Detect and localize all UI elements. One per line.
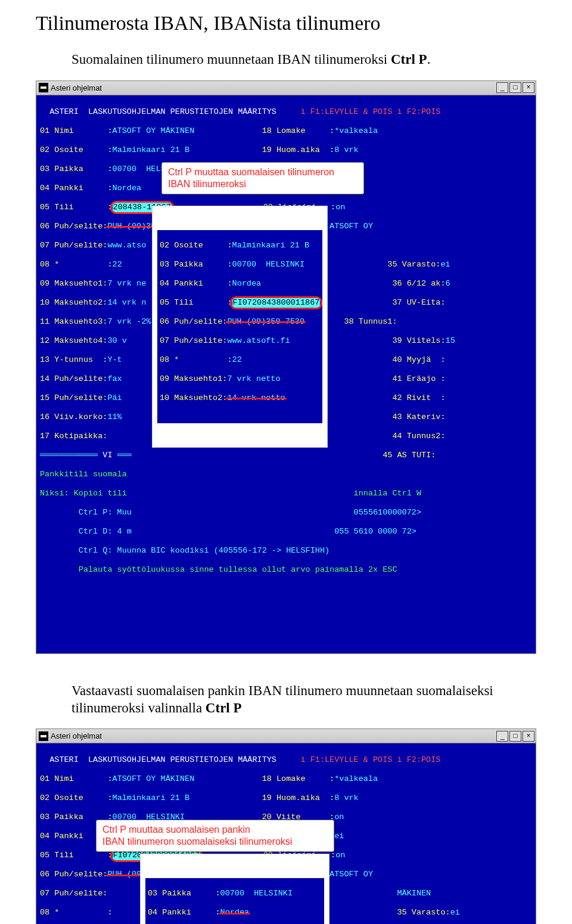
header-text: ASTERI LASKUTUSOHJELMAN PERUSTIETOJEN MÄ… (40, 107, 300, 116)
in1-v06: PUH (09)350 7530 (227, 317, 304, 326)
lbl-10: 10 Maksuehto2: (40, 298, 107, 307)
minimize-button[interactable]: _ (496, 82, 508, 93)
t2-l08: 08 * : (40, 908, 113, 917)
lbl-01: 01 Nimi : (40, 126, 113, 135)
terminal-window-1: Asteri ohjelmat _ □ × ASTERI LASKUTUSOHJ… (36, 80, 536, 654)
lbl-16: 16 Viiv.korko: (40, 413, 107, 421)
val-10[interactable]: 14 vrk n (107, 298, 146, 307)
in1-v07: www.atsoft.fi (227, 336, 290, 345)
lbl-05: 05 Tili : (40, 203, 113, 212)
t2-l19: 19 Huom.aika : (262, 793, 335, 802)
maximize-button[interactable]: □ (509, 731, 521, 742)
lbl-42: 42 Rivit : (392, 393, 445, 402)
help-right-innalla: innalla Ctrl W (354, 489, 421, 498)
lbl-18: 18 Lomake : (262, 126, 335, 135)
val-16[interactable]: 11% (107, 413, 122, 421)
help-ctrld: Ctrl D: 4 m (40, 527, 132, 536)
val-14[interactable]: fax (107, 374, 122, 383)
val-08[interactable]: 22 (113, 260, 122, 269)
system-menu-icon[interactable] (39, 731, 48, 741)
lbl-15: 15 Puh/selite: (40, 393, 107, 402)
in2-l03: 03 Paikka : (148, 889, 220, 898)
lbl-02: 02 Osoite : (40, 145, 113, 154)
val-19[interactable]: 8 vrk (334, 145, 359, 154)
help-ctrlp: Ctrl P: Muu (40, 508, 132, 517)
t2-v19[interactable]: 8 vrk (334, 793, 359, 802)
callout1-line1: Ctrl P muuttaa suomalaisen tilinumeron (168, 166, 358, 178)
t2-v18[interactable]: *valkeala (334, 774, 378, 783)
val-36[interactable]: 6 (446, 279, 450, 288)
t2-v20[interactable]: on (334, 813, 344, 821)
lbl-12: 12 Maksuehto4: (40, 336, 107, 345)
lbl-36: 36 6/12 ak: (392, 279, 445, 288)
val-15[interactable]: Päi (107, 393, 122, 402)
t2-v35[interactable]: ei (450, 908, 460, 917)
in1-v04: Nordea (232, 279, 262, 288)
lbl-45: 45 AS TUTI: (383, 451, 436, 460)
in1-l02: 02 Osoite : (160, 241, 232, 250)
help-num1: 055561000007​2> (354, 508, 421, 517)
lbl-43: 43 Kateriv: (392, 413, 445, 421)
titlebar-2: Asteri ohjelmat _ □ × (36, 728, 536, 743)
val-39[interactable]: 15 (446, 336, 455, 345)
para1-text: Suomalainen tilinumero muunnetaan IBAN t… (72, 52, 391, 67)
help-niksi: Niksi: Kopioi tili (40, 489, 127, 498)
t2-v23[interactable]: ATSOFT OY (329, 870, 373, 879)
callout2-line2: IBAN tilinumeron suomalaiseksi tilinumer… (102, 836, 328, 848)
t2-l02: 02 Osoite : (40, 793, 113, 802)
t2-v02[interactable]: Malminkaari 21 B (113, 793, 190, 802)
header-text-2: ASTERI LASKUTUSOHJELMAN PERUSTIETOJEN MÄ… (40, 755, 300, 764)
window-title: Asteri ohjelmat (51, 83, 496, 92)
lbl-38: 38 Tunnus1: (344, 317, 397, 326)
in1-l05: 05 Tili : (160, 298, 232, 307)
close-button[interactable]: × (523, 731, 534, 742)
lbl-19: 19 Huom.aika : (262, 145, 335, 154)
system-menu-icon[interactable] (39, 83, 48, 92)
val-18[interactable]: *valkeala (334, 126, 378, 135)
help-bankline: Pankkitili suomala (40, 470, 127, 479)
val-01[interactable]: ATSOFT OY MÄKINEN (113, 126, 195, 135)
inset-panel-2: 03 Paikka :00700 HELSINKI 04 Pankki :Nor… (141, 854, 329, 924)
val-04[interactable]: Nordea (113, 184, 142, 193)
val-35[interactable]: ei (440, 260, 450, 269)
callout2-line1: Ctrl P muuttaa suomalaisen pankin (102, 824, 328, 836)
lbl-35: 35 Varasto: (387, 260, 440, 269)
val-07[interactable]: www.atso (107, 241, 146, 250)
maximize-button[interactable]: □ (509, 82, 521, 93)
lbl-03: 03 Paikka : (40, 165, 113, 173)
minimize-button[interactable]: _ (496, 731, 508, 742)
in1-l06: 06 Puh/selite: (160, 317, 227, 326)
in1-l03: 03 Paikka : (160, 260, 232, 269)
val-12[interactable]: 30 v (107, 336, 126, 345)
close-button[interactable]: × (523, 82, 534, 93)
divider-line: ════════════ (40, 451, 102, 460)
val-02[interactable]: Malminkaari 21 B (113, 145, 190, 154)
terminal-body-1: ASTERI LASKUTUSOHJELMAN PERUSTIETOJEN MÄ… (36, 95, 536, 654)
para2-shortcut: Ctrl P (206, 700, 242, 715)
val-13[interactable]: Y-t (107, 355, 122, 364)
help-num2: 055 5610 0000 72> (334, 527, 416, 536)
t2-l18: 18 Lomake : (262, 774, 335, 783)
lbl-37: 37 UV-Eita: (392, 298, 445, 307)
lbl-40: 40 Myyjä : (392, 355, 445, 364)
val-23[interactable]: ATSOFT OY (329, 222, 373, 231)
lbl-04: 04 Pankki : (40, 184, 113, 193)
t2-v23b[interactable]: MÄKINEN (397, 889, 431, 898)
terminal-body-2: ASTERI LASKUTUSOHJELMAN PERUSTIETOJEN MÄ… (36, 743, 536, 924)
t2-v22[interactable]: on (335, 851, 345, 860)
val-09[interactable]: 7 vrk ne (107, 279, 146, 288)
divider-line-2: ═══ (113, 451, 132, 460)
in1-l08: 08 * : (160, 355, 232, 364)
val-22[interactable]: on (335, 203, 345, 212)
in1-v02: Malminkaari 21 B (232, 241, 310, 250)
page-title: Tilinumerosta IBAN, IBANista tilinumero (36, 12, 536, 35)
t2-l35: 35 Varasto: (397, 908, 450, 917)
t2-v01[interactable]: ATSOFT OY MÄKINEN (113, 774, 195, 783)
lbl-13: 13 Y-tunnus : (40, 355, 107, 364)
t2-v21[interactable]: ei (334, 832, 344, 841)
callout1-line2: IBAN tilinumeroksi (168, 178, 358, 190)
in1-l04: 04 Pankki : (160, 279, 232, 288)
lbl-41: 41 Eräajo : (392, 374, 445, 383)
t2-l05: 05 Tili : (40, 851, 113, 860)
lbl-44: 44 Tunnus2: (392, 432, 445, 441)
